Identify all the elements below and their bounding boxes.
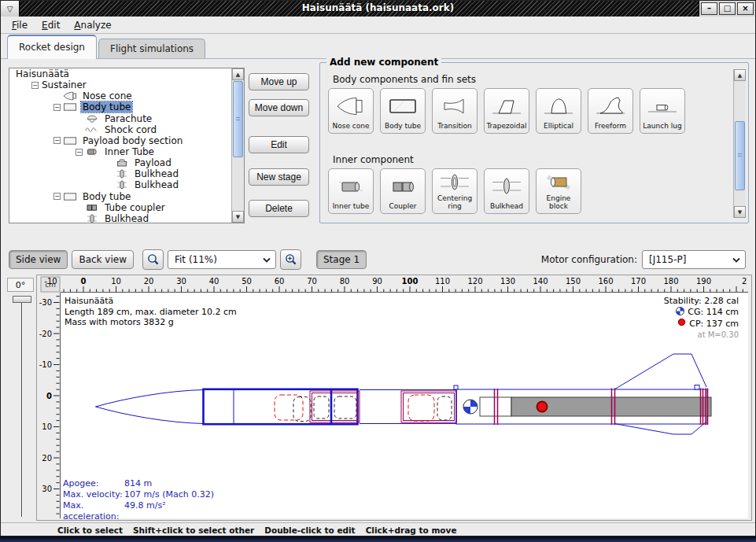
tree-item-label: Payload [133,157,173,168]
panel-scrollbar[interactable]: ▲ ▼ [733,69,746,218]
panel-scrollbar-thumb[interactable] [735,121,745,190]
tree-item-label: Nose cone [81,90,134,101]
rocket-design-panel: Haisunäätä−SustainerNose cone−Body tubeP… [1,59,755,245]
expander-icon[interactable]: − [53,193,61,200]
tree-row[interactable]: Tube coupler [9,202,230,213]
freeform-icon [595,89,626,123]
tree-row[interactable]: Bulkhead [9,179,230,190]
side-view-button[interactable]: Side view [9,250,68,269]
screen: ▽ Haisunäätä (haisunaata.ork) – □ × File… [0,0,756,542]
tree-row[interactable]: Parachute [9,113,230,124]
bulkhead-icon [115,180,130,190]
motor-configuration-label: Motor configuration: [541,254,642,265]
expander-icon[interactable]: − [53,104,61,111]
zoom-level-combo[interactable]: Fit (11%) [168,250,276,269]
add-coupler-button[interactable]: Coupler [380,168,426,214]
add-centering-ring-button[interactable]: Centering ring [432,168,478,214]
nosecone-icon [335,89,367,123]
launch-lug-aft[interactable] [695,385,699,390]
tree-row[interactable]: −Body tube [9,101,230,112]
tab-row: Rocket designFlight simulations [1,34,755,59]
tree-row[interactable]: Haisunäätä [9,68,230,79]
expander-icon[interactable]: − [53,137,61,144]
add-engine-block-button[interactable]: Engine block [536,168,581,214]
elliptical-icon [543,89,574,123]
rotation-slider-handle[interactable] [13,296,31,303]
status-hint: Click+drag to move [366,525,457,535]
zoom-out-button[interactable] [142,249,164,270]
scroll-up-icon[interactable]: ▲ [232,68,244,80]
scroll-down-icon[interactable]: ▼ [734,206,746,218]
tree-row[interactable]: Nose cone [9,90,230,101]
motor-configuration-combo[interactable]: [J115-P] [642,250,746,269]
svg-text:-30: -30 [39,298,52,307]
edit-button[interactable]: Edit [249,136,309,153]
move-down-button[interactable]: Move down [249,99,309,116]
svg-text:40: 40 [209,277,219,286]
add-inner-tube-button[interactable]: Inner tube [328,168,374,214]
tree-scrollbar[interactable]: ▲ ▼ [231,68,244,223]
zoom-in-button[interactable] [280,249,301,270]
launchlug-icon [647,89,678,123]
cp-value: CP: 137 cm [689,319,739,330]
tab-rocket-design[interactable]: Rocket design [7,35,97,59]
rotation-slider[interactable] [21,303,23,517]
svg-text:120: 120 [467,277,482,286]
tree-row[interactable]: Shock cord [9,124,230,135]
status-hint: Double-click to edit [264,525,355,535]
add-bulkhead-button[interactable]: Bulkhead [484,168,529,214]
engineblock-icon [543,169,574,195]
add-freeform-button[interactable]: Freeform [588,88,633,134]
delete-button[interactable]: Delete [249,200,309,217]
scroll-down-icon[interactable]: ▼ [232,211,244,223]
add-elliptical-button[interactable]: Elliptical [536,88,581,134]
motor-mount-tube[interactable] [480,397,511,416]
expander-icon[interactable]: − [31,82,39,89]
tree-item-label: Haisunäätä [14,68,71,79]
menu-analyze[interactable]: Analyze [69,18,120,32]
tree-row[interactable]: Bulkhead [9,213,230,223]
flight-stat-row: Max. velocity:107 m/s (Mach 0.32) [63,489,214,500]
bulkhead-icon [85,214,100,223]
add-nose-cone-button[interactable]: Nose cone [328,88,374,134]
add-transition-button[interactable]: Transition [432,88,478,134]
inner-components-row: Inner tube Coupler Centering ring Bulkhe… [328,168,581,214]
tab-flight-simulations[interactable]: Flight simulations [98,39,205,59]
menu-bar: FileEditAnalyze [1,17,755,34]
tree-item-label: Body tube [81,191,132,202]
svg-text:60: 60 [275,277,285,286]
tree-item-label: Bulkhead [103,213,150,223]
add-launch-lug-button[interactable]: Launch lug [640,88,685,134]
zoom-level-value: Fit (11%) [168,254,258,265]
launch-lug-fore[interactable] [454,385,458,389]
tree-item-label: Body tube [81,101,132,112]
tree-row[interactable]: Payload [9,157,230,168]
back-view-button[interactable]: Back view [72,250,134,269]
scroll-up-icon[interactable]: ▲ [734,69,746,81]
section-label-body: Body components and fin sets [333,74,476,85]
svg-text:130: 130 [500,277,515,286]
expander-icon[interactable]: − [76,149,83,156]
move-up-button[interactable]: Move up [249,73,309,90]
stability-info: Stability: 2.28 cal CG: 114 cm CP: 137 c… [664,296,739,340]
tree-row[interactable]: Bulkhead [9,168,230,179]
svg-text:20: 20 [144,277,154,286]
tree-row[interactable]: −Sustainer [9,79,230,90]
chevron-down-icon [728,257,745,263]
new-stage-button[interactable]: New stage [249,168,309,186]
tree-row[interactable]: −Inner Tube [9,146,230,157]
component-tree[interactable]: Haisunäätä−SustainerNose cone−Body tubeP… [9,68,245,223]
add-trapezoidal-button[interactable]: Trapezoidal [484,88,529,134]
menu-file[interactable]: File [7,18,37,32]
design-info: Haisunäätä Length 189 cm, max. diameter … [65,296,237,328]
menu-edit[interactable]: Edit [37,18,69,32]
tree-scrollbar-thumb[interactable] [233,81,243,157]
svg-text:-10: -10 [39,360,52,369]
tree-row[interactable]: −Body tube [9,191,230,202]
svg-text:30: 30 [176,277,186,286]
tree-row[interactable]: −Payload body section [9,135,230,146]
innertube-icon [335,169,367,203]
add-body-tube-button[interactable]: Body tube [380,88,426,134]
stage-1-toggle[interactable]: Stage 1 [316,250,367,269]
tree-item-label: Inner Tube [103,146,156,157]
